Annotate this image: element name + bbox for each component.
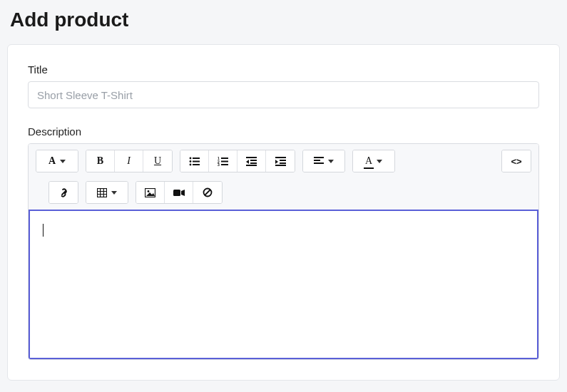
code-view-button[interactable]: <> — [502, 150, 531, 172]
svg-rect-7 — [221, 158, 228, 159]
image-button[interactable] — [136, 182, 165, 203]
underline-button[interactable]: U — [143, 150, 172, 172]
unordered-list-button[interactable] — [180, 150, 209, 172]
svg-rect-14 — [250, 163, 257, 164]
svg-rect-3 — [193, 160, 200, 162]
editor-toolbar: A B I U — [29, 144, 538, 210]
italic-icon: I — [127, 155, 131, 167]
svg-marker-21 — [275, 160, 278, 164]
svg-line-36 — [205, 190, 210, 195]
svg-point-4 — [190, 163, 192, 165]
svg-rect-20 — [275, 165, 286, 166]
table-icon — [97, 188, 107, 197]
svg-rect-17 — [275, 157, 286, 158]
svg-point-2 — [190, 160, 192, 163]
svg-rect-18 — [280, 160, 286, 161]
paragraph-format-button[interactable]: A — [36, 150, 78, 172]
paragraph-format-icon: A — [48, 155, 56, 167]
description-label: Description — [28, 125, 539, 138]
chevron-down-icon — [60, 160, 66, 163]
svg-rect-5 — [193, 164, 200, 165]
rich-text-editor: A B I U — [28, 143, 539, 360]
ordered-list-icon: 1 2 3 — [218, 157, 228, 166]
product-form-card: Title Description A B — [7, 44, 560, 381]
chevron-down-icon — [111, 191, 117, 195]
svg-rect-15 — [246, 165, 257, 166]
ordered-list-button[interactable]: 1 2 3 — [209, 150, 237, 172]
description-field-group: Description A B I — [28, 125, 539, 360]
title-input[interactable] — [28, 81, 539, 108]
outdent-icon — [246, 157, 257, 166]
text-color-icon: A — [365, 155, 372, 167]
align-button[interactable] — [303, 150, 344, 172]
svg-rect-13 — [250, 160, 257, 161]
clear-format-button[interactable] — [193, 182, 222, 203]
title-label: Title — [28, 63, 539, 76]
chevron-down-icon — [328, 160, 334, 163]
link-icon — [58, 187, 69, 198]
bold-icon: B — [97, 155, 103, 167]
clear-format-icon — [203, 187, 213, 197]
indent-icon — [275, 157, 286, 166]
italic-button[interactable]: I — [115, 150, 143, 172]
svg-marker-32 — [146, 192, 155, 196]
svg-rect-11 — [221, 164, 228, 165]
page-title: Add product — [0, 0, 567, 44]
svg-text:3: 3 — [218, 163, 220, 166]
svg-rect-19 — [280, 163, 286, 164]
align-left-icon — [314, 157, 324, 165]
video-icon — [173, 189, 185, 197]
chevron-down-icon — [377, 160, 382, 163]
link-button[interactable] — [49, 182, 78, 203]
video-button[interactable] — [165, 182, 193, 203]
outdent-button[interactable] — [237, 150, 266, 172]
code-icon: <> — [511, 156, 521, 167]
image-icon — [145, 188, 155, 197]
svg-rect-12 — [246, 157, 257, 158]
svg-rect-1 — [193, 158, 200, 159]
svg-marker-34 — [181, 190, 185, 196]
table-button[interactable] — [86, 182, 128, 203]
bold-button[interactable]: B — [86, 150, 115, 172]
indent-button[interactable] — [266, 150, 295, 172]
svg-point-0 — [190, 157, 192, 159]
svg-rect-24 — [314, 163, 324, 164]
svg-rect-22 — [314, 157, 324, 158]
svg-marker-16 — [246, 160, 249, 164]
text-color-button[interactable]: A — [353, 150, 394, 172]
underline-icon: U — [154, 155, 161, 167]
description-editor[interactable] — [29, 210, 538, 359]
svg-rect-25 — [98, 188, 107, 197]
title-field-group: Title — [28, 63, 539, 108]
unordered-list-icon — [189, 157, 200, 166]
svg-rect-9 — [221, 160, 228, 162]
svg-rect-33 — [173, 190, 180, 196]
text-cursor — [43, 224, 44, 237]
svg-rect-23 — [314, 160, 320, 161]
svg-point-31 — [148, 190, 150, 192]
